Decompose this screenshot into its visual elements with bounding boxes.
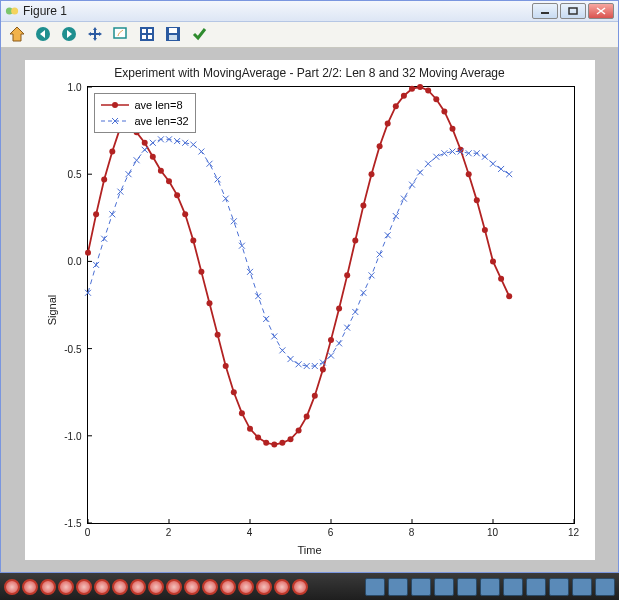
figure: Experiment with MovingAverage - Part 2/2… (25, 60, 595, 560)
save-icon[interactable] (163, 24, 183, 44)
y-tick-label: 1.0 (68, 82, 82, 93)
tray-icon[interactable] (595, 578, 615, 596)
svg-point-73 (433, 96, 439, 102)
svg-point-84 (112, 102, 118, 108)
taskbar-item[interactable] (58, 579, 74, 595)
tray-icon[interactable] (549, 578, 569, 596)
chart-axes[interactable]: ave len=8 ave len=32 024681012-1.5-1.0-0… (87, 86, 575, 524)
svg-point-33 (109, 149, 115, 155)
y-tick-label: -1.5 (64, 518, 81, 529)
taskbar-item[interactable] (112, 579, 128, 595)
taskbar-item[interactable] (22, 579, 38, 595)
subplots-icon[interactable] (137, 24, 157, 44)
legend-label-0: ave len=8 (135, 99, 183, 111)
taskbar-item[interactable] (130, 579, 146, 595)
svg-point-55 (287, 436, 293, 442)
forward-icon[interactable] (59, 24, 79, 44)
tray-icon[interactable] (526, 578, 546, 596)
svg-point-61 (336, 305, 342, 311)
figure-window: Figure 1 Experiment with MovingAverage -… (0, 0, 619, 573)
svg-point-44 (198, 269, 204, 275)
x-tick-label: 10 (487, 527, 498, 538)
svg-point-30 (85, 250, 91, 256)
svg-point-81 (498, 276, 504, 282)
svg-point-31 (93, 211, 99, 217)
minimize-button[interactable] (532, 3, 558, 19)
x-tick-label: 0 (85, 527, 91, 538)
taskbar-item[interactable] (274, 579, 290, 595)
svg-point-65 (368, 171, 374, 177)
svg-point-49 (238, 410, 244, 416)
svg-point-60 (328, 337, 334, 343)
taskbar-tray (365, 578, 615, 596)
taskbar-item[interactable] (220, 579, 236, 595)
taskbar-item[interactable] (166, 579, 182, 595)
os-taskbar[interactable] (0, 573, 619, 600)
x-tick-label: 8 (409, 527, 415, 538)
svg-point-56 (295, 428, 301, 434)
tray-icon[interactable] (503, 578, 523, 596)
svg-rect-3 (569, 8, 577, 14)
svg-point-43 (190, 237, 196, 243)
svg-point-53 (271, 442, 277, 448)
svg-point-52 (263, 440, 269, 446)
taskbar-item[interactable] (4, 579, 20, 595)
svg-point-82 (506, 293, 512, 299)
tray-icon[interactable] (365, 578, 385, 596)
taskbar-item[interactable] (94, 579, 110, 595)
svg-point-66 (376, 143, 382, 149)
back-icon[interactable] (33, 24, 53, 44)
svg-point-40 (166, 178, 172, 184)
tray-icon[interactable] (480, 578, 500, 596)
svg-point-64 (360, 203, 366, 209)
svg-point-57 (303, 414, 309, 420)
maximize-button[interactable] (560, 3, 586, 19)
svg-point-63 (352, 237, 358, 243)
svg-point-39 (157, 168, 163, 174)
svg-point-50 (247, 426, 253, 432)
taskbar-item[interactable] (292, 579, 308, 595)
svg-point-77 (465, 171, 471, 177)
home-icon[interactable] (7, 24, 27, 44)
y-tick-label: 0.0 (68, 256, 82, 267)
svg-point-75 (449, 126, 455, 132)
x-tick-label: 6 (328, 527, 334, 538)
taskbar-item[interactable] (202, 579, 218, 595)
tray-icon[interactable] (572, 578, 592, 596)
legend-swatch-1 (101, 115, 129, 127)
pan-icon[interactable] (85, 24, 105, 44)
taskbar-item[interactable] (148, 579, 164, 595)
window-title: Figure 1 (23, 4, 532, 18)
title-bar[interactable]: Figure 1 (1, 1, 618, 22)
svg-point-32 (101, 176, 107, 182)
svg-point-1 (11, 7, 18, 14)
zoom-icon[interactable] (111, 24, 131, 44)
svg-point-59 (319, 367, 325, 373)
svg-point-47 (222, 363, 228, 369)
svg-rect-15 (169, 28, 177, 33)
x-axis-label: Time (25, 544, 595, 556)
tray-icon[interactable] (434, 578, 454, 596)
tray-icon[interactable] (411, 578, 431, 596)
tray-icon[interactable] (388, 578, 408, 596)
svg-point-48 (230, 389, 236, 395)
svg-point-58 (311, 393, 317, 399)
taskbar-item[interactable] (238, 579, 254, 595)
y-tick-label: -1.0 (64, 430, 81, 441)
legend-entry-1: ave len=32 (101, 113, 189, 129)
svg-point-41 (174, 192, 180, 198)
y-tick-label: 0.5 (68, 169, 82, 180)
taskbar-item[interactable] (184, 579, 200, 595)
svg-point-80 (490, 258, 496, 264)
window-buttons (532, 3, 614, 19)
edit-icon[interactable] (189, 24, 209, 44)
legend-swatch-0 (101, 99, 129, 111)
taskbar-item[interactable] (76, 579, 92, 595)
taskbar-item[interactable] (40, 579, 56, 595)
svg-rect-11 (148, 29, 152, 33)
svg-point-71 (417, 84, 423, 90)
taskbar-item[interactable] (256, 579, 272, 595)
close-button[interactable] (588, 3, 614, 19)
tray-icon[interactable] (457, 578, 477, 596)
chart-title: Experiment with MovingAverage - Part 2/2… (25, 66, 595, 80)
